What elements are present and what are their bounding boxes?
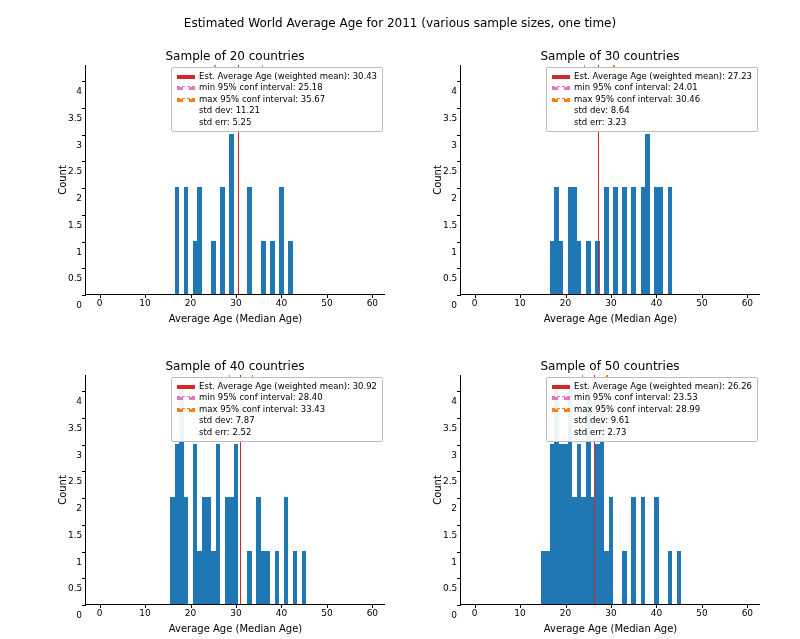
x-tick-label: 50 <box>696 608 707 618</box>
y-tickmark <box>82 605 86 606</box>
histogram-bar <box>631 187 636 294</box>
legend-swatch <box>552 385 570 389</box>
legend-std-dev: std dev: 11.21 <box>177 105 377 116</box>
axes: 010203040506000.511.522.533.54Average Ag… <box>85 375 385 605</box>
y-tickmark <box>457 471 461 472</box>
x-tick-label: 0 <box>97 298 103 308</box>
x-tick-label: 20 <box>560 298 571 308</box>
y-tick-label: 0.5 <box>68 583 82 593</box>
y-tickmark <box>82 578 86 579</box>
legend-swatch <box>552 396 570 400</box>
y-tickmark <box>82 295 86 296</box>
subplot-title: Sample of 50 countries <box>460 359 760 373</box>
y-tick-label: 4 <box>443 86 457 96</box>
y-tick-label: 3.5 <box>68 423 82 433</box>
histogram-bar <box>247 187 252 294</box>
y-tick-label: 3 <box>68 450 82 460</box>
histogram-bar <box>654 497 659 604</box>
legend-text: std dev: 7.87 <box>199 415 255 426</box>
legend-std-err: std err: 2.73 <box>552 427 752 438</box>
y-tickmark <box>457 391 461 392</box>
x-tick-label: 40 <box>651 608 662 618</box>
histogram-bar <box>275 551 280 604</box>
legend-std-err: std err: 5.25 <box>177 117 377 128</box>
legend-text: std dev: 11.21 <box>199 105 260 116</box>
y-tick-label: 1 <box>68 247 82 257</box>
legend-mean: Est. Average Age (weighted mean): 30.43 <box>177 71 377 82</box>
legend-swatch <box>177 86 195 90</box>
x-tick-label: 20 <box>560 608 571 618</box>
y-tick-label: 0 <box>68 300 82 310</box>
legend-text: min 95% conf interval: 23.53 <box>574 392 698 403</box>
axes: 010203040506000.511.522.533.54Average Ag… <box>460 65 760 295</box>
histogram-bar <box>229 134 234 294</box>
x-tick-label: 20 <box>185 608 196 618</box>
axes: 010203040506000.511.522.533.54Average Ag… <box>85 65 385 295</box>
y-tickmark <box>82 498 86 499</box>
subplot-0: Sample of 20 countries010203040506000.51… <box>85 65 385 295</box>
y-tickmark <box>82 445 86 446</box>
y-tick-label: 1.5 <box>443 220 457 230</box>
x-tick-label: 20 <box>185 298 196 308</box>
histogram-bar <box>677 551 682 604</box>
x-tick-label: 10 <box>139 608 150 618</box>
x-tick-label: 30 <box>230 298 241 308</box>
figure-suptitle: Estimated World Average Age for 2011 (va… <box>0 16 800 30</box>
y-tick-label: 3.5 <box>443 113 457 123</box>
x-tick-label: 50 <box>696 298 707 308</box>
y-tickmark <box>82 188 86 189</box>
legend: Est. Average Age (weighted mean): 27.23m… <box>546 67 758 132</box>
y-tickmark <box>457 81 461 82</box>
y-tick-label: 4 <box>443 396 457 406</box>
histogram-bar <box>604 187 609 294</box>
y-axis-label: Count <box>432 165 443 195</box>
y-tick-label: 2 <box>443 193 457 203</box>
x-axis-label: Average Age (Median Age) <box>461 623 760 634</box>
legend-text: std err: 2.73 <box>574 427 626 438</box>
legend: Est. Average Age (weighted mean): 30.92m… <box>171 377 383 442</box>
x-axis-label: Average Age (Median Age) <box>461 313 760 324</box>
y-tick-label: 0 <box>443 300 457 310</box>
y-tickmark <box>457 525 461 526</box>
histogram-bar <box>559 241 564 294</box>
y-tickmark <box>457 242 461 243</box>
subplot-1: Sample of 30 countries010203040506000.51… <box>460 65 760 295</box>
legend-text: Est. Average Age (weighted mean): 30.92 <box>199 381 377 392</box>
y-tickmark <box>457 188 461 189</box>
histogram-bar <box>197 187 202 294</box>
legend-swatch <box>177 98 195 102</box>
y-tick-label: 0 <box>443 610 457 620</box>
y-tick-label: 2 <box>443 503 457 513</box>
x-tick-label: 60 <box>742 298 753 308</box>
axes: 010203040506000.511.522.533.54Average Ag… <box>460 375 760 605</box>
legend-std-dev: std dev: 9.61 <box>552 415 752 426</box>
x-tick-label: 10 <box>514 298 525 308</box>
y-tickmark <box>457 418 461 419</box>
x-tick-label: 50 <box>321 298 332 308</box>
y-tick-label: 0.5 <box>68 273 82 283</box>
y-tick-label: 2.5 <box>443 166 457 176</box>
y-tickmark <box>82 215 86 216</box>
y-axis-label: Count <box>57 165 68 195</box>
y-tickmark <box>82 418 86 419</box>
legend-max-ci: max 95% conf interval: 33.43 <box>177 404 377 415</box>
legend-text: min 95% conf interval: 25.18 <box>199 82 323 93</box>
legend-text: std err: 5.25 <box>199 117 251 128</box>
legend-text: max 95% conf interval: 28.99 <box>574 404 700 415</box>
x-tick-label: 0 <box>97 608 103 618</box>
subplot-3: Sample of 50 countries010203040506000.51… <box>460 375 760 605</box>
y-tickmark <box>82 242 86 243</box>
histogram-bar <box>659 187 664 294</box>
legend-text: max 95% conf interval: 30.46 <box>574 94 700 105</box>
y-tickmark <box>82 108 86 109</box>
y-tickmark <box>82 552 86 553</box>
legend-mean: Est. Average Age (weighted mean): 30.92 <box>177 381 377 392</box>
legend-swatch <box>552 98 570 102</box>
legend-swatch <box>177 396 195 400</box>
legend-min-ci: min 95% conf interval: 28.40 <box>177 392 377 403</box>
legend-swatch <box>552 75 570 79</box>
legend-swatch <box>177 385 195 389</box>
subplot-2: Sample of 40 countries010203040506000.51… <box>85 375 385 605</box>
subplot-title: Sample of 20 countries <box>85 49 385 63</box>
y-tick-label: 3 <box>443 140 457 150</box>
